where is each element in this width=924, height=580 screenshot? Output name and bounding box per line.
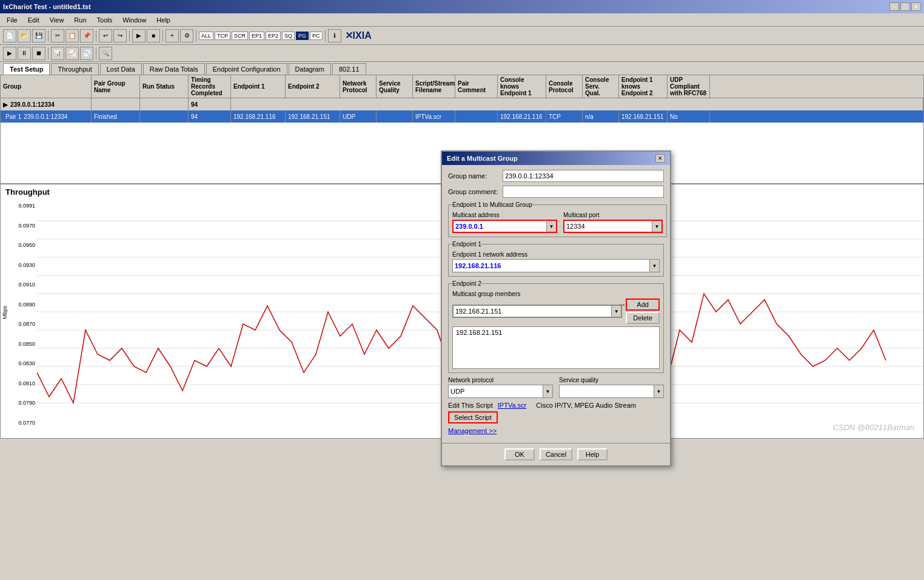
ep1-network-dropdown-btn[interactable]: ▼ <box>649 260 659 272</box>
service-quality-input[interactable] <box>560 387 654 396</box>
table-data-row[interactable]: Pair 1 239.0.0.1:12334 Finished 94 192.1… <box>1 110 923 123</box>
y-label-8: 0.0850 <box>4 341 37 347</box>
tab-throughput[interactable]: Throughput <box>51 63 98 75</box>
sep6 <box>325 30 326 42</box>
service-quality-dropdown[interactable]: ▼ <box>654 385 663 397</box>
window-title: IxChariot Test - untitled1.tst <box>3 3 91 10</box>
menu-tools[interactable]: Tools <box>93 15 116 25</box>
add-member-btn[interactable]: Add <box>626 298 660 311</box>
tab-test-setup[interactable]: Test Setup <box>3 63 50 75</box>
network-protocol-dropdown[interactable]: ▼ <box>543 385 552 397</box>
menu-bar: File Edit View Run Tools Window Help <box>0 13 924 27</box>
ep1-network-input[interactable] <box>453 261 649 270</box>
arrow-annotation: → <box>618 300 626 309</box>
th-pair-group: Pair Group Name <box>92 75 140 98</box>
members-input[interactable] <box>454 307 611 315</box>
data-row-status2 <box>140 110 189 123</box>
tab-lost-data[interactable]: Lost Data <box>100 63 142 75</box>
tb2-btn1[interactable]: ▶ <box>3 47 16 60</box>
filter-sq[interactable]: SQ <box>282 32 295 40</box>
group-row-status <box>140 98 189 110</box>
cut-btn[interactable]: ✂ <box>51 29 64 42</box>
save-btn[interactable]: 💾 <box>32 29 45 42</box>
menu-run[interactable]: Run <box>70 15 90 25</box>
tab-datagram[interactable]: Datagram <box>289 63 331 75</box>
filter-all[interactable]: ALL <box>199 32 213 40</box>
help-btn[interactable]: Help <box>577 448 608 460</box>
redo-btn[interactable]: ↪ <box>113 29 127 42</box>
dialog-close-btn[interactable]: ✕ <box>655 154 665 163</box>
ok-btn[interactable]: OK <box>504 448 535 460</box>
data-row-records: 94 <box>189 110 231 123</box>
filter-ep1[interactable]: EP1 <box>249 32 264 40</box>
y-axis-label: Mbps <box>2 306 8 319</box>
info-btn[interactable]: ℹ <box>328 29 341 42</box>
management-link[interactable]: Management >> <box>448 427 497 434</box>
network-protocol-wrap: ▼ <box>448 385 553 398</box>
data-row-status: Finished <box>92 110 140 123</box>
select-script-btn[interactable]: Select Script <box>448 411 498 423</box>
tb2-btn7[interactable]: 🔍 <box>99 47 112 60</box>
data-row-qual <box>377 110 413 123</box>
undo-btn[interactable]: ↩ <box>99 29 112 42</box>
group-comment-label: Group comment: <box>448 188 503 195</box>
tb2-btn4[interactable]: 📊 <box>51 47 64 60</box>
filter-tcp[interactable]: TCP <box>215 32 230 40</box>
menu-help[interactable]: Help <box>153 15 174 25</box>
multicast-port-dropdown-btn[interactable]: ▼ <box>652 221 661 232</box>
tab-raw-data[interactable]: Raw Data Totals <box>143 63 205 75</box>
filter-scr[interactable]: SCR <box>232 32 248 40</box>
filter-ep2[interactable]: EP2 <box>266 32 281 40</box>
tab-bar: Test Setup Throughput Lost Data Raw Data… <box>0 63 924 75</box>
paste-btn[interactable]: 📌 <box>80 29 93 42</box>
new-btn[interactable]: 📄 <box>3 29 16 42</box>
y-label-5: 0.0910 <box>4 282 37 288</box>
y-label-10: 0.0810 <box>4 380 37 386</box>
multicast-addr-col: Multicast address ▼ <box>452 212 557 233</box>
filter-pg[interactable]: PG <box>296 32 309 40</box>
tb-btn-a[interactable]: + <box>166 29 179 42</box>
multicast-addr-input[interactable] <box>454 222 546 231</box>
group-comment-input[interactable] <box>503 186 664 198</box>
multicast-addr-label: Multicast address <box>452 212 557 218</box>
filter-pc[interactable]: PC <box>310 32 323 40</box>
copy-btn[interactable]: 📋 <box>65 29 79 42</box>
minimize-btn[interactable]: ─ <box>889 2 899 11</box>
tb2-btn2[interactable]: ⏸ <box>18 47 31 60</box>
tb2-btn5[interactable]: 📈 <box>65 47 79 60</box>
tab-endpoint-config[interactable]: Endpoint Configuration <box>206 63 287 75</box>
data-row-ep2: 192.168.21.151 <box>286 110 340 123</box>
tb-btn-b[interactable]: ⚙ <box>180 29 193 42</box>
multicast-addr-dropdown-btn[interactable]: ▼ <box>546 221 556 232</box>
th-script: Script/Stream Filename <box>413 75 455 98</box>
endpoint1-legend: Endpoint 1 <box>452 241 481 248</box>
data-row-proto: UDP <box>340 110 377 123</box>
table-group-row[interactable]: ▶ 239.0.0.1:12334 94 <box>1 98 923 110</box>
menu-window[interactable]: Window <box>119 15 150 25</box>
group-name-input[interactable] <box>503 170 664 182</box>
multicast-port-col: Multicast port ▼ <box>563 212 663 233</box>
data-row-ep1: 192.168.21.116 <box>231 110 286 123</box>
multicast-addr-port-row: Multicast address ▼ Multicast port ▼ <box>452 212 663 233</box>
multicast-port-input[interactable] <box>564 222 652 231</box>
menu-view[interactable]: View <box>46 15 68 25</box>
tab-802[interactable]: 802.11 <box>332 63 366 75</box>
maximize-btn[interactable]: □ <box>900 2 910 11</box>
tb2-btn6[interactable]: 📉 <box>80 47 93 60</box>
close-btn[interactable]: ✕ <box>911 2 921 11</box>
group-name-row: Group name: <box>448 170 664 182</box>
run-btn[interactable]: ▶ <box>132 29 146 42</box>
delete-member-btn[interactable]: Delete <box>626 312 660 324</box>
stop-btn[interactable]: ■ <box>147 29 160 42</box>
select-script-row: Select Script <box>448 411 664 423</box>
open-btn[interactable]: 📂 <box>18 29 31 42</box>
script-name-link[interactable]: IPTVa.scr <box>498 402 526 409</box>
menu-file[interactable]: File <box>3 15 21 25</box>
menu-edit[interactable]: Edit <box>24 15 43 25</box>
network-protocol-input[interactable] <box>449 387 543 396</box>
cancel-btn[interactable]: Cancel <box>540 448 572 460</box>
watermark: CSDN @80211Batman <box>832 423 914 432</box>
tb2-btn3[interactable]: ⏹ <box>32 47 45 60</box>
toolbar1: 📄 📂 💾 ✂ 📋 📌 ↩ ↪ ▶ ■ + ⚙ ALL TCP SCR EP1 … <box>0 27 924 45</box>
ep1-network-label: Endpoint 1 network address <box>452 251 660 258</box>
